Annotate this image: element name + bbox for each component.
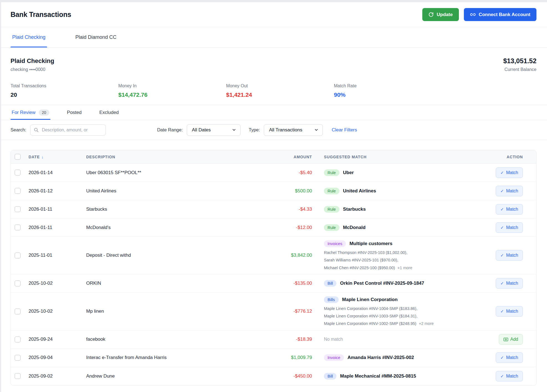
match-button[interactable]: ✓Match (496, 306, 523, 317)
column-header-description: DESCRIPTION (86, 155, 245, 159)
update-button-label: Update (437, 12, 453, 17)
cell-suggested-match: RuleUnited Airlines (312, 188, 481, 194)
cell-description: Deposit - Direct withd (86, 253, 245, 258)
stat-money-in: Money In $14,472.76 (118, 83, 226, 98)
tab-posted[interactable]: Posted (66, 105, 83, 120)
match-button[interactable]: ✓Match (496, 186, 523, 196)
match-type-badge: Rule (324, 206, 339, 213)
account-stats: Total Transactions 20 Money In $14,472.7… (11, 83, 536, 98)
action-button-label: Match (506, 207, 518, 212)
action-button-label: Add (510, 337, 518, 342)
match-button[interactable]: ✓Match (496, 204, 523, 215)
match-name: Uber (343, 170, 354, 175)
table-row: 2025-11-01Deposit - Direct withd$3,842.0… (11, 237, 536, 274)
tab-plaid-diamond-cc[interactable]: Plaid Diamond CC (74, 27, 118, 47)
stat-total-value: 20 (11, 91, 118, 98)
column-header-amount: AMOUNT (245, 155, 312, 159)
stat-money-in-value: $14,472.76 (118, 91, 226, 98)
date-range-label: Date Range: (157, 127, 183, 133)
type-select[interactable]: All Transactions (264, 124, 323, 136)
cell-suggested-match: RuleUber (312, 169, 481, 176)
cell-suggested-match: BillsMaple Linen CorporationMaple Linen … (312, 296, 481, 327)
match-button[interactable]: ✓Match (496, 167, 523, 178)
connect-bank-button[interactable]: Connect Bank Account (464, 8, 536, 21)
tab-plaid-checking[interactable]: Plaid Checking (11, 27, 47, 47)
stat-match-rate: Match Rate 90% (334, 83, 536, 98)
match-button[interactable]: ✓Match (496, 222, 523, 233)
column-header-action: ACTION (481, 155, 536, 159)
row-checkbox[interactable] (15, 206, 21, 212)
cell-description: Andrew Dune (86, 373, 245, 379)
match-button[interactable]: ✓Match (496, 352, 523, 363)
for-review-count-badge: 20 (39, 110, 49, 116)
account-name: Plaid Checking (11, 57, 54, 65)
column-header-date-label: DATE (29, 155, 40, 159)
match-button[interactable]: ✓Match (496, 278, 523, 289)
row-checkbox[interactable] (15, 337, 21, 342)
select-all-checkbox[interactable] (15, 154, 21, 160)
cell-amount: $3,842.00 (245, 253, 312, 258)
row-checkbox[interactable] (15, 373, 21, 379)
search-box (30, 124, 106, 136)
date-range-select[interactable]: All Dates (187, 124, 241, 136)
chevron-down-icon (232, 128, 236, 132)
filter-bar: Search: Date Range: All Dates Type: All … (1, 120, 547, 140)
table-row: 2025-09-02Andrew Dune-$450.00BillMaple M… (11, 367, 536, 385)
cell-date: 2025-10-02 (29, 281, 86, 286)
match-name: Amanda Harris #INV-2025-002 (347, 355, 414, 360)
check-icon: ✓ (500, 281, 504, 286)
match-button[interactable]: ✓Match (496, 371, 523, 381)
clear-filters-link[interactable]: Clear Filters (332, 127, 357, 133)
table-row: 2026-01-14Uber 063015 SF**POOL**-$5.40Ru… (11, 164, 536, 182)
sort-desc-icon: ↓ (41, 154, 44, 159)
row-checkbox[interactable] (15, 188, 21, 194)
check-icon: ✓ (500, 374, 504, 379)
cell-description: Uber 063015 SF**POOL** (86, 170, 245, 175)
row-checkbox[interactable] (15, 309, 21, 314)
stat-money-in-label: Money In (118, 83, 226, 88)
account-tabs: Plaid Checking Plaid Diamond CC (1, 27, 547, 48)
banknote-icon (503, 338, 508, 341)
check-icon: ✓ (500, 253, 504, 258)
search-input[interactable] (41, 127, 102, 133)
stat-match-rate-label: Match Rate (334, 83, 536, 88)
row-checkbox[interactable] (15, 253, 21, 258)
app-panel: Bank Transactions Update Connect Bank Ac… (1, 2, 547, 392)
update-button[interactable]: Update (422, 8, 459, 21)
match-type-badge: Invoices (324, 240, 346, 247)
tab-excluded[interactable]: Excluded (98, 105, 120, 120)
tab-for-review[interactable]: For Review 20 (11, 105, 50, 120)
cell-amount: $1,009.79 (245, 355, 312, 360)
table-header: DATE↓ DESCRIPTION AMOUNT SUGGESTED MATCH… (11, 150, 536, 164)
tab-excluded-label: Excluded (99, 110, 119, 115)
cell-description: Interac e-Transfer from Amanda Harris (86, 355, 245, 360)
row-checkbox[interactable] (15, 170, 21, 175)
row-checkbox[interactable] (15, 281, 21, 286)
row-checkbox[interactable] (15, 225, 21, 230)
tab-posted-label: Posted (67, 110, 82, 115)
cell-description: United Airlines (86, 188, 245, 194)
cell-amount: -$18.39 (245, 337, 312, 342)
type-label: Type: (249, 127, 260, 133)
match-name: Maple Linen Corporation (342, 297, 398, 302)
search-icon (34, 128, 39, 133)
match-name: United Airlines (343, 188, 376, 194)
column-header-date[interactable]: DATE↓ (29, 154, 86, 159)
cell-amount: -$5.40 (245, 170, 312, 175)
match-button[interactable]: ✓Match (496, 250, 523, 261)
cell-date: 2025-11-01 (29, 253, 86, 258)
stat-money-out: Money Out $1,421.24 (226, 83, 334, 98)
no-match-text: No match (324, 337, 343, 342)
show-more-link[interactable]: +1 more (396, 266, 412, 270)
stat-money-out-label: Money Out (226, 83, 334, 88)
row-checkbox[interactable] (15, 355, 21, 361)
add-button[interactable]: Add (499, 334, 523, 345)
show-more-link[interactable]: +2 more (418, 321, 434, 326)
column-header-suggested-match: SUGGESTED MATCH (312, 155, 481, 159)
cell-date: 2026-01-11 (29, 207, 86, 212)
cell-amount: -$12.00 (245, 225, 312, 230)
tab-for-review-label: For Review (12, 110, 35, 115)
cell-amount: $500.00 (245, 188, 312, 194)
match-name: Maple Mechanical #MM-2025-0815 (340, 373, 416, 379)
action-button-label: Match (506, 189, 518, 194)
